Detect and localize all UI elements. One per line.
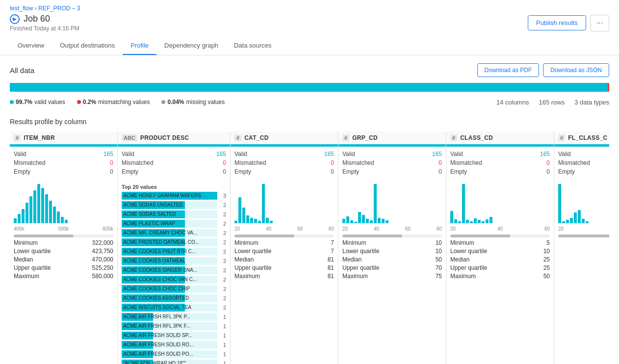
top20-bar-product_desc-8: ACME COOKIES GINGER SNA...: [122, 266, 217, 274]
valid-label: valid values: [34, 99, 65, 105]
chart-grp_cd: [338, 181, 446, 225]
mismatched-row-class_cd: Mismatched 0: [450, 159, 550, 166]
bar-item_nbr-1: [18, 214, 21, 223]
bar-cat_cd-7: [262, 184, 265, 223]
axis-label-grp_cd: 80: [437, 226, 442, 232]
columns-scroll[interactable]: # ITEM_NBR Valid 165 Mismatched 0 Empty …: [10, 131, 609, 364]
job-icon: ▶: [10, 14, 20, 24]
axis-label-item_nbr: 500k: [58, 226, 69, 232]
axis-label-item_nbr: 600k: [103, 226, 113, 232]
axis-label-grp_cd: 40: [374, 226, 379, 232]
top20-item-product_desc-16: ACME AIR FRESH SOLID RO... 1: [122, 341, 226, 349]
top20-item-product_desc-6: ACME COOKIES PNUT BTR C... 2: [122, 248, 226, 256]
bar-cat_cd-9: [270, 221, 273, 223]
axis-label-item_nbr: 400k: [14, 226, 25, 232]
bar-item_nbr-5: [33, 190, 36, 223]
num-stat-item_nbr-minimum: Minimum322,000: [14, 239, 113, 246]
bar-fl_class_cd-0: [558, 184, 561, 223]
bar-cat_cd-0: [234, 221, 237, 223]
mismatch-pct: 0.2%: [83, 99, 96, 105]
job-subtitle: Finished Today at 4:16 PM: [10, 25, 79, 32]
type-icon-fl_class_cd: #: [558, 134, 565, 141]
type-icon-product_desc: ABC: [122, 134, 137, 141]
bar-grp_cd-0: [342, 219, 345, 223]
axis-label-class_cd: 20: [450, 226, 456, 232]
missing-stat: 0.04% missing values: [161, 99, 225, 105]
top20-item-product_desc-5: ACME FROSTED OATMEAL CO... 2: [122, 238, 226, 246]
breadcrumb-separator: ›: [35, 5, 37, 12]
bar-class_cd-5: [470, 221, 473, 223]
tab-output-destinations[interactable]: Output destinations: [52, 37, 123, 55]
mismatch-label: mismatching values: [98, 99, 150, 105]
top20-bar-product_desc-10: ACME COOKIES CHOC CHIP: [122, 285, 217, 293]
tab-dependency-graph[interactable]: Dependency graph: [156, 37, 226, 55]
tab-profile[interactable]: Profile: [123, 37, 156, 55]
valid-bar: [10, 83, 608, 92]
num-stat-grp_cd-minimum: Minimum10: [342, 239, 442, 246]
job-info: ▶ Job 60 Finished Today at 4:16 PM: [10, 14, 79, 32]
top20-item-product_desc-8: ACME COOKIES GINGER SNA... 2: [122, 266, 226, 274]
bar-class_cd-8: [482, 221, 485, 223]
top20-item-product_desc-17: ACME AIR FRESH SOLID PO... 1: [122, 350, 226, 358]
mismatch-stat: 0.2% mismatching values: [77, 99, 150, 105]
num-stats-cat_cd: Minimum7Lower quartile7Median81Upper qua…: [231, 237, 338, 283]
num-stat-cat_cd-lower-quartile: Lower quartile7: [234, 248, 334, 255]
bar-class_cd-1: [454, 219, 457, 223]
more-menu-button[interactable]: ···: [590, 15, 609, 31]
tab-overview[interactable]: Overview: [10, 37, 52, 55]
download-pdf-button[interactable]: Download as PDF: [477, 63, 540, 77]
top20-product_desc: Top 20 values ACME HONEY GRAHAM WAFERS 3…: [118, 181, 230, 364]
breadcrumb-ref[interactable]: REF_PROD – 3: [38, 5, 80, 12]
top20-item-product_desc-2: ACME SODAS SALTED 2: [122, 210, 226, 218]
top20-label-product_desc-16: ACME AIR FRESH SOLID RO...: [123, 341, 193, 349]
top20-label-product_desc-13: ACME AIR FRSH RFL 3PK P...: [123, 313, 190, 321]
bar-grp_cd-11: [386, 220, 388, 223]
column-block-grp_cd: # GRP_CD Valid 165 Mismatched 0 Empty 0 …: [338, 131, 446, 364]
bar-item_nbr-2: [22, 209, 25, 223]
bar-item_nbr-3: [26, 203, 28, 223]
bar-cat_cd-2: [242, 208, 245, 223]
top20-count-product_desc-18: 1: [219, 361, 226, 364]
page-header: test_flow › REF_PROD – 3 ▶ Job 60 Finish…: [0, 0, 619, 55]
top20-count-product_desc-15: 1: [219, 333, 226, 338]
tab-data-sources[interactable]: Data sources: [226, 37, 280, 55]
chart-cat_cd: [231, 181, 338, 225]
col-name-class_cd: CLASS_CD: [460, 134, 493, 141]
bar-item_nbr-0: [14, 218, 17, 223]
bar-item_nbr-10: [53, 207, 56, 223]
top20-count-product_desc-9: 2: [219, 277, 226, 283]
axis-label-fl_class_cd: 20: [558, 226, 564, 232]
num-stat-class_cd-minimum: Minimum5: [450, 239, 550, 246]
col-header-class_cd: # CLASS_CD: [446, 131, 554, 145]
empty-row-fl_class_cd: Empty 0: [558, 168, 609, 175]
bar-fl_class_cd-4: [574, 212, 577, 223]
col-header-item_nbr: # ITEM_NBR: [10, 131, 117, 145]
scrollbar-thumb-fl_class_cd[interactable]: [558, 234, 609, 237]
empty-row-item_nbr: Empty 0: [14, 168, 113, 175]
bar-class_cd-10: [490, 217, 492, 223]
num-stat-cat_cd-maximum: Maximum81: [234, 273, 334, 280]
data-quality-bar: [10, 83, 609, 92]
top20-item-product_desc-9: ACME COOKIES CHOC VAN C... 2: [122, 276, 226, 284]
mismatched-row-item_nbr: Mismatched 0: [14, 159, 113, 166]
download-json-button[interactable]: Download as JSON: [543, 63, 609, 77]
top20-count-product_desc-8: 2: [219, 267, 226, 273]
bar-cat_cd-6: [258, 221, 261, 223]
top20-count-product_desc-7: 2: [219, 258, 226, 264]
bar-cat_cd-1: [238, 197, 241, 223]
top20-item-product_desc-10: ACME COOKIES CHOC CHIP 2: [122, 285, 226, 293]
column-block-product_desc: ABC PRODUCT DESC Valid 165 Mismatched 0 …: [118, 131, 231, 364]
publish-button[interactable]: Publish results: [528, 15, 586, 30]
bar-grp_cd-6: [366, 219, 369, 223]
scrollbar-fl_class_cd[interactable]: [558, 234, 609, 237]
chart-class_cd: [446, 181, 554, 225]
axis-cat_cd: 20406080: [231, 225, 338, 233]
all-data-title: All data: [10, 66, 34, 75]
breadcrumb-flow[interactable]: test_flow: [10, 5, 33, 12]
bar-grp_cd-10: [382, 219, 385, 223]
num-stat-class_cd-lower-quartile: Lower quartile10: [450, 248, 550, 255]
top20-count-product_desc-3: 2: [219, 221, 226, 227]
top20-label-product_desc-6: ACME COOKIES PNUT BTR C...: [123, 248, 196, 256]
top20-count-product_desc-5: 2: [219, 239, 226, 245]
columns-count: 14 columns: [496, 99, 529, 106]
